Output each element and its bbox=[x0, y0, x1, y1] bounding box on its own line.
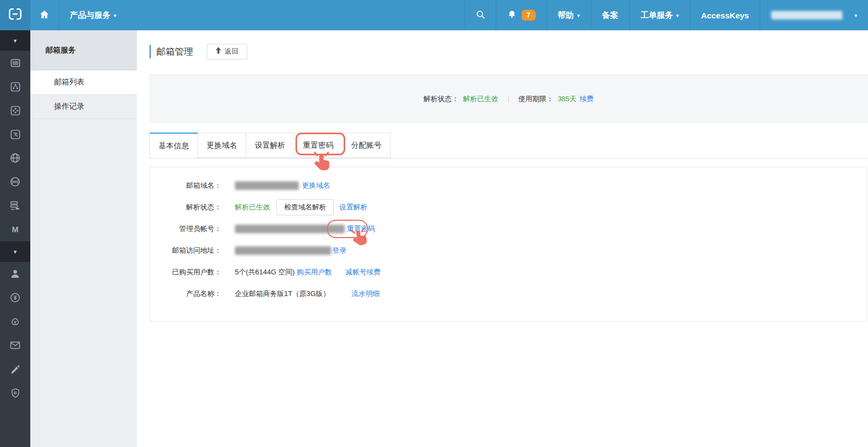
sidebar-item-dns[interactable]: DNS bbox=[0, 170, 30, 194]
resolve-status-value: 解析已生效 bbox=[463, 94, 498, 104]
brand-logo[interactable] bbox=[0, 0, 30, 30]
home-icon bbox=[39, 9, 50, 22]
tab-set-resolution[interactable]: 设置解析 bbox=[246, 133, 294, 158]
row-admin-account: 管理员帐号： █████████████████████████████ 重置密… bbox=[150, 218, 866, 240]
sidebar-item-mail[interactable] bbox=[0, 333, 30, 357]
tab-basic-info[interactable]: 基本信息 bbox=[149, 133, 198, 159]
purchased-users-value: 5个(共6144G 空间) bbox=[235, 267, 295, 277]
chevron-down-icon: ▾ bbox=[854, 12, 857, 18]
set-resolve-link[interactable]: 设置解析 bbox=[339, 202, 367, 212]
chevron-down-icon: ▾ bbox=[577, 12, 580, 18]
page-title: 邮箱管理 bbox=[156, 45, 193, 58]
sidebar-item-network[interactable] bbox=[0, 146, 30, 170]
storage-stack-icon bbox=[9, 200, 21, 212]
period-value: 385天 bbox=[558, 94, 577, 104]
search-button[interactable] bbox=[465, 0, 496, 30]
billing-detail-link[interactable]: 流水明细 bbox=[352, 289, 380, 299]
account-name-masked: ██████████████████ bbox=[771, 11, 851, 19]
reset-password-link[interactable]: 重置密码 bbox=[347, 224, 375, 234]
aliyun-logo-icon bbox=[8, 7, 22, 23]
basic-info-panel: 邮箱域名： ██████████████████ 更换域名 解析状态： 解析已生… bbox=[149, 167, 867, 321]
product-name-label: 产品名称： bbox=[163, 289, 221, 299]
main-content: 邮箱管理 返回 解析状态： 解析已生效 使用期限： 385天 续费 基本信息 更… bbox=[137, 30, 868, 447]
dns-icon: DNS bbox=[9, 176, 21, 188]
notifications-button[interactable]: 7 bbox=[496, 0, 547, 30]
nav-products[interactable]: 产品与服务 ▾ bbox=[59, 0, 127, 30]
tab-reset-password[interactable]: 重置密码 bbox=[294, 133, 343, 158]
sidebar-item-mailbox-list[interactable]: 邮箱列表 bbox=[30, 70, 137, 95]
resolve-label: 解析状态： bbox=[163, 202, 221, 212]
sidebar-item-operation-log[interactable]: 操作记录 bbox=[30, 95, 137, 119]
nav-beian[interactable]: 备案 bbox=[591, 0, 629, 30]
network-globe-icon bbox=[9, 152, 21, 164]
nav-tickets[interactable]: 工单服务 ▾ bbox=[629, 0, 690, 30]
sidebar-item-account[interactable] bbox=[0, 262, 30, 286]
purchased-users-label: 已购买用户数： bbox=[163, 267, 221, 277]
status-bar: 解析状态： 解析已生效 使用期限： 385天 续费 bbox=[149, 74, 868, 123]
topbar: 产品与服务 ▾ 7 帮助 ▾ 备案 bbox=[0, 0, 868, 30]
sidebar-item-mq[interactable]: M bbox=[0, 218, 30, 241]
sidebar-item-storage[interactable] bbox=[0, 194, 30, 218]
sidebar-item-slb[interactable] bbox=[0, 75, 30, 98]
webmail-url-label: 邮箱访问地址： bbox=[163, 246, 221, 255]
sidebar-item-oss[interactable] bbox=[0, 98, 30, 122]
search-icon bbox=[475, 9, 486, 22]
edit-pencil-icon bbox=[10, 364, 21, 375]
bell-icon bbox=[507, 10, 517, 21]
resolve-status: 解析已生效 bbox=[235, 202, 270, 212]
nav-help[interactable]: 帮助 ▾ bbox=[547, 0, 591, 30]
change-domain-link[interactable]: 更换域名 bbox=[302, 181, 330, 190]
check-domain-resolve-button[interactable]: 检查域名解析 bbox=[277, 199, 334, 215]
title-accent-bar bbox=[149, 45, 151, 58]
row-resolve-status: 解析状态： 解析已生效 检查域名解析 设置解析 bbox=[150, 196, 866, 218]
cdn-icon bbox=[10, 129, 21, 140]
row-mail-domain: 邮箱域名： ██████████████████ 更换域名 bbox=[150, 175, 866, 196]
topbar-right: 7 帮助 ▾ 备案 工单服务 ▾ AccessKeys ████████████… bbox=[465, 0, 868, 30]
divider bbox=[508, 95, 509, 103]
tab-change-domain[interactable]: 更换域名 bbox=[198, 133, 246, 158]
oss-icon bbox=[10, 105, 21, 116]
account-menu[interactable]: ██████████████████ ▾ bbox=[760, 0, 868, 30]
mail-domain-label: 邮箱域名： bbox=[163, 181, 221, 190]
billing-yen-icon: ¥ bbox=[9, 292, 21, 304]
svg-text:¥: ¥ bbox=[14, 295, 17, 301]
sidebar-item-funds[interactable]: ¥ bbox=[0, 310, 30, 333]
renew-link[interactable]: 续费 bbox=[580, 94, 594, 104]
security-shield-icon bbox=[10, 387, 21, 399]
sidebar-item-security[interactable] bbox=[0, 381, 30, 405]
chevron-down-icon: ▾ bbox=[114, 12, 116, 18]
tab-assign-accounts[interactable]: 分配账号 bbox=[342, 133, 391, 158]
reduce-renew-link[interactable]: 减帐号续费 bbox=[346, 267, 381, 277]
login-link[interactable]: 登录 bbox=[332, 246, 346, 255]
admin-account-masked: █████████████████████████████ bbox=[235, 225, 345, 233]
period-label: 使用期限： bbox=[518, 94, 554, 104]
row-product-name: 产品名称： 企业邮箱商务版1T（原3G版） 流水明细 bbox=[150, 283, 866, 305]
sidebar-collapse-toggle[interactable]: ▾ bbox=[0, 30, 30, 51]
sidebar-item-billing[interactable]: ¥ bbox=[0, 286, 30, 310]
chevron-down-icon: ▾ bbox=[676, 12, 679, 18]
user-icon bbox=[9, 268, 21, 280]
back-button[interactable]: 返回 bbox=[207, 44, 247, 60]
svg-text:DNS: DNS bbox=[12, 180, 19, 183]
sidebar-item-edit[interactable] bbox=[0, 357, 30, 381]
home-button[interactable] bbox=[30, 0, 59, 30]
buy-users-link[interactable]: 购买用户数 bbox=[297, 267, 332, 277]
sidebar-item-cdn[interactable] bbox=[0, 122, 30, 146]
sidebar-item-instances[interactable] bbox=[0, 51, 30, 75]
slb-icon bbox=[10, 81, 21, 93]
mail-domain-masked: ██████████████████ bbox=[235, 181, 299, 190]
nav-accesskeys[interactable]: AccessKeys bbox=[690, 0, 760, 30]
admin-account-label: 管理员帐号： bbox=[163, 224, 221, 234]
product-sidebar: 邮箱服务 邮箱列表 操作记录 bbox=[30, 30, 137, 447]
resolve-status-label: 解析状态： bbox=[424, 94, 459, 104]
row-webmail-url: 邮箱访问地址： ██████████████████████████ 登录 bbox=[150, 240, 866, 261]
sidebar-collapse-toggle-2[interactable]: ▾ bbox=[0, 241, 30, 262]
arrow-up-icon bbox=[215, 47, 221, 56]
mq-icon: M bbox=[9, 224, 21, 235]
fund-moneybag-icon: ¥ bbox=[9, 315, 21, 327]
instance-list-icon bbox=[10, 57, 21, 69]
svg-text:M: M bbox=[12, 225, 18, 234]
page-header: 邮箱管理 返回 bbox=[149, 44, 247, 59]
row-purchased-users: 已购买用户数： 5个(共6144G 空间) 购买用户数 减帐号续费 bbox=[150, 261, 866, 283]
notification-badge: 7 bbox=[522, 10, 536, 21]
